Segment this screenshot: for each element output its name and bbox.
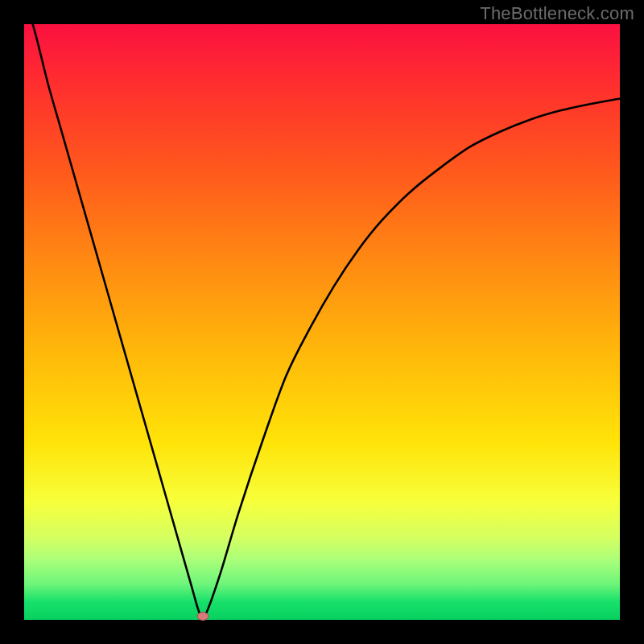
watermark-label: TheBottleneck.com: [480, 3, 634, 24]
chart-frame: TheBottleneck.com: [0, 0, 644, 644]
bottleneck-curve: [24, 0, 620, 618]
chart-svg: [24, 24, 620, 620]
optimal-point-marker: [197, 613, 208, 621]
plot-area: [24, 24, 620, 620]
